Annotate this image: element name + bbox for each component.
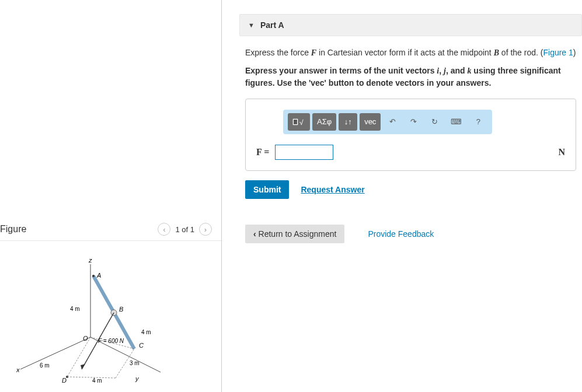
figure-title: Figure [0,224,26,235]
figure-nav-count: 1 of 1 [175,225,194,234]
svg-point-7 [92,275,95,277]
svg-text:D: D [62,377,67,384]
svg-text:4 m: 4 m [92,377,102,384]
svg-line-1 [20,337,90,369]
svg-text:√: √ [299,118,304,127]
svg-text:6 m: 6 m [40,362,50,369]
keyboard-button[interactable]: ⌨ [446,113,466,131]
part-title: Part A [260,20,284,30]
help-button[interactable]: ? [469,113,487,131]
subscript-button[interactable]: ↓↑ [339,113,357,131]
svg-text:O: O [83,335,88,342]
svg-text:C: C [139,342,144,349]
svg-text:3 m: 3 m [130,360,140,366]
svg-text:y: y [135,375,140,382]
templates-button[interactable]: √ [288,113,310,131]
figure-link[interactable]: Figure 1 [543,48,573,57]
feedback-link[interactable]: Provide Feedback [368,229,434,239]
vec-button[interactable]: vec [360,113,381,131]
svg-rect-28 [294,120,297,124]
greek-button[interactable]: ΑΣφ [312,113,336,131]
reset-button[interactable]: ↻ [425,113,444,131]
svg-line-17 [67,337,90,377]
collapse-icon: ▼ [248,22,255,29]
unit-label: N [558,147,565,158]
instruction-text: Express your answer in terms of the unit… [245,65,576,89]
submit-button[interactable]: Submit [245,180,289,199]
svg-text:z: z [88,257,92,264]
figure-next-button[interactable]: › [199,223,212,236]
equation-toolbar: √ ΑΣφ ↓↑ vec ↶ ↷ ↻ ⌨ ? [283,110,492,134]
svg-text:4 m: 4 m [70,306,80,312]
figure-prev-button[interactable]: ‹ [158,223,170,236]
question-text: Express the force F in Cartesian vector … [245,47,576,59]
return-button[interactable]: ‹ Return to Assignment [245,225,344,243]
svg-text:4 m: 4 m [141,329,151,335]
svg-text:F = 600 N: F = 600 N [98,338,124,344]
part-header[interactable]: ▼ Part A [239,14,582,36]
undo-button[interactable]: ↶ [383,113,402,131]
request-answer-link[interactable]: Request Answer [301,185,364,194]
answer-box: √ ΑΣφ ↓↑ vec ↶ ↷ ↻ ⌨ ? F = N [245,99,576,171]
redo-button[interactable]: ↷ [404,113,423,131]
answer-input[interactable] [275,145,333,160]
answer-label: F = [256,147,269,158]
svg-text:B: B [119,306,123,313]
svg-text:A: A [96,272,101,279]
svg-text:x: x [16,366,20,373]
figure-nav: ‹ 1 of 1 › [158,223,212,236]
svg-line-18 [67,377,116,378]
figure-diagram: z x y A B C O D 4 m [0,241,221,392]
svg-marker-14 [81,364,85,369]
